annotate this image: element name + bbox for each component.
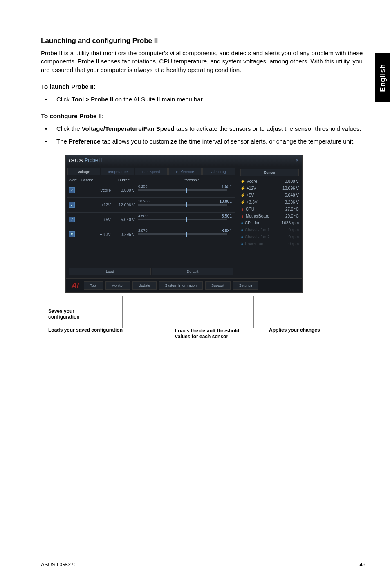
bolt-icon: ⚡ bbox=[240, 179, 245, 184]
stat-row: ⚡Vcore0.800 V bbox=[240, 178, 299, 185]
sensor-name: Vcore bbox=[79, 188, 116, 193]
col-alert: Alert bbox=[69, 178, 81, 182]
default-button[interactable]: Default bbox=[152, 268, 233, 275]
alert-checkbox[interactable] bbox=[69, 217, 75, 222]
footer-page-number: 49 bbox=[360, 561, 365, 568]
col-sensor: Sensor bbox=[81, 178, 118, 182]
bolt-icon: ⚡ bbox=[240, 200, 245, 204]
tab-alertlog[interactable]: Alert Log bbox=[202, 168, 235, 175]
launch-bullet: Click Tool > Probe II on the AI Suite II… bbox=[41, 95, 365, 103]
minimize-button[interactable]: — bbox=[287, 157, 293, 164]
sensor-row: +3.3V 3.296 V 2.970 3.631 bbox=[67, 227, 235, 242]
bolt-icon: ⚡ bbox=[240, 186, 245, 191]
sensor-header-row: Alert Sensor Current threshold bbox=[67, 177, 235, 183]
sensor-current: 12.096 V bbox=[116, 203, 138, 207]
window-title: Probe II bbox=[85, 157, 102, 163]
stat-row-disabled: ✳Chassis fan 20 rpm bbox=[240, 233, 299, 240]
close-button[interactable]: × bbox=[296, 157, 299, 164]
config-title: To configure Probe II: bbox=[41, 112, 365, 119]
callout-apply: Applies your changes bbox=[269, 327, 320, 333]
callout-loads: Loads your saved configuration bbox=[48, 327, 155, 333]
callouts: Saves your configuration Loads your save… bbox=[65, 296, 352, 349]
sensor-name: +5V bbox=[79, 218, 116, 222]
load-button[interactable]: Load bbox=[69, 268, 151, 275]
sensor-current: 3.296 V bbox=[116, 232, 138, 237]
callout-default: Loads the default threshold values for e… bbox=[175, 328, 244, 340]
probe-window: /SUS Probe II — × Voltage Temperature Fa… bbox=[65, 155, 303, 293]
stat-row: 🌡MotherBoard29.0 ºC bbox=[240, 213, 299, 220]
sensor-current: 0.800 V bbox=[116, 188, 138, 193]
threshold-slider[interactable]: 4.500 5.501 bbox=[138, 215, 233, 224]
fan-icon: ✳ bbox=[240, 235, 244, 239]
stat-row-disabled: ✳Power fan0 rpm bbox=[240, 240, 299, 247]
alert-checkbox[interactable] bbox=[69, 202, 75, 208]
stat-row: ⚡+3.3V3.296 V bbox=[240, 199, 299, 206]
fan-icon: ✳ bbox=[240, 242, 244, 246]
tab-preference[interactable]: Preference bbox=[168, 168, 201, 175]
bolt-icon: ⚡ bbox=[240, 193, 245, 197]
section-heading: Launching and configuring Probe II bbox=[41, 37, 365, 45]
tab-fanspeed[interactable]: Fan Speed bbox=[135, 168, 168, 175]
alert-checkbox[interactable] bbox=[69, 231, 75, 237]
page-footer: ASUS CG8270 49 bbox=[41, 559, 365, 568]
alert-checkbox[interactable] bbox=[69, 187, 75, 193]
footer-model: ASUS CG8270 bbox=[41, 561, 76, 568]
stat-row: 🌡CPU27.0 ºC bbox=[240, 206, 299, 213]
fan-icon: ✳ bbox=[240, 228, 244, 232]
intro-paragraph: Probe II is a utility that monitors the … bbox=[41, 49, 365, 74]
tab-temperature[interactable]: Temperature bbox=[101, 168, 134, 175]
config-bullet-1: Click the Voltage/Temperature/Fan Speed … bbox=[41, 124, 365, 133]
threshold-slider[interactable]: 0.258 1.551 bbox=[138, 185, 233, 195]
stat-row: ✳CPU fan1638 rpm bbox=[240, 220, 299, 227]
thermometer-icon: 🌡 bbox=[240, 207, 244, 211]
sensor-name: +3.3V bbox=[79, 232, 116, 237]
titlebar: /SUS Probe II — × bbox=[66, 155, 302, 166]
sensor-name: +12V bbox=[79, 203, 116, 207]
sensor-current: 5.040 V bbox=[116, 218, 138, 222]
stat-row: ⚡+5V5.040 V bbox=[240, 192, 299, 199]
brand-logo: /SUS bbox=[69, 157, 83, 164]
sensor-row: +12V 12.096 V 10.200 13.801 bbox=[67, 197, 235, 212]
sensor-row: Vcore 0.800 V 0.258 1.551 bbox=[67, 183, 235, 197]
threshold-slider[interactable]: 10.200 13.801 bbox=[138, 200, 233, 210]
threshold-slider[interactable]: 2.970 3.631 bbox=[138, 229, 233, 239]
fan-icon: ✳ bbox=[240, 221, 244, 225]
thermometer-icon: 🌡 bbox=[240, 214, 244, 218]
col-current: Current bbox=[118, 178, 151, 182]
tab-voltage[interactable]: Voltage bbox=[67, 168, 100, 175]
launch-title: To launch Probe II: bbox=[41, 83, 365, 90]
stat-row-disabled: ✳Chassis fan 10 rpm bbox=[240, 227, 299, 233]
sensor-row: +5V 5.040 V 4.500 5.501 bbox=[67, 212, 235, 227]
stat-row: ⚡+12V12.096 V bbox=[240, 185, 299, 192]
sensor-panel-title: Sensor bbox=[240, 169, 299, 176]
col-threshold: threshold bbox=[151, 178, 233, 182]
config-bullet-2: The Preference tab allows you to customi… bbox=[41, 137, 365, 146]
callout-saves: Saves your configuration bbox=[48, 308, 93, 320]
